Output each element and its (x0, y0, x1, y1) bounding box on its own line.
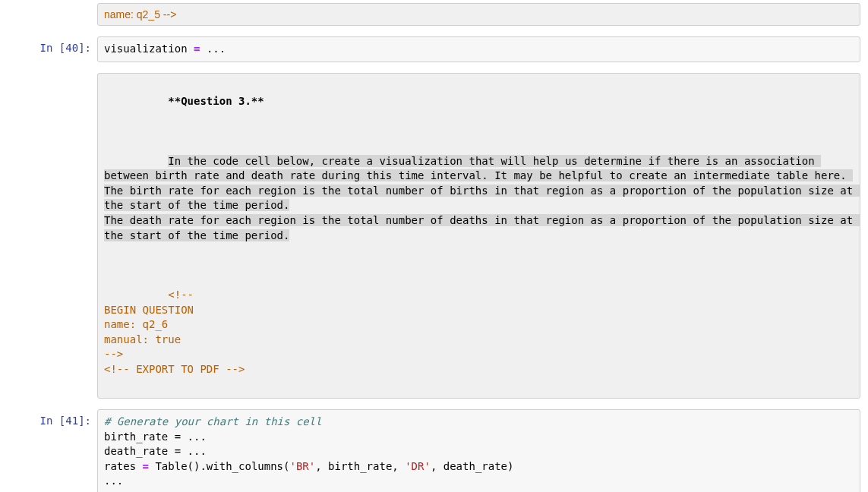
in-prompt-40: In [40]: (8, 36, 97, 56)
q3-body: In the code cell below, create a visuali… (104, 155, 860, 241)
raw-cell-tail: name: q2_5 --> (8, 3, 860, 26)
q3-tail-comment: <!-- BEGIN QUESTION name: q2_6 manual: t… (104, 289, 245, 375)
code-cell-40: In [40]: visualization = ... (8, 36, 860, 62)
raw-cell-box[interactable]: name: q2_5 --> (97, 3, 860, 26)
code-input-41[interactable]: # Generate your chart in this cell birth… (97, 409, 860, 492)
prompt-empty (8, 3, 97, 8)
prompt-empty (8, 73, 97, 77)
q3-title: **Question 3.** (168, 95, 264, 107)
notebook-view: name: q2_5 --> In [40]: visualization = … (0, 3, 868, 492)
code-input-40[interactable]: visualization = ... (97, 36, 860, 62)
raw-cell-box-q3[interactable]: **Question 3.** In the code cell below, … (97, 73, 860, 399)
raw-cell-q3: **Question 3.** In the code cell below, … (8, 73, 860, 399)
code-cell-41: In [41]: # Generate your chart in this c… (8, 409, 860, 492)
in-prompt-41: In [41]: (8, 409, 97, 429)
raw-comment-text: name: q2_5 --> (104, 8, 176, 20)
